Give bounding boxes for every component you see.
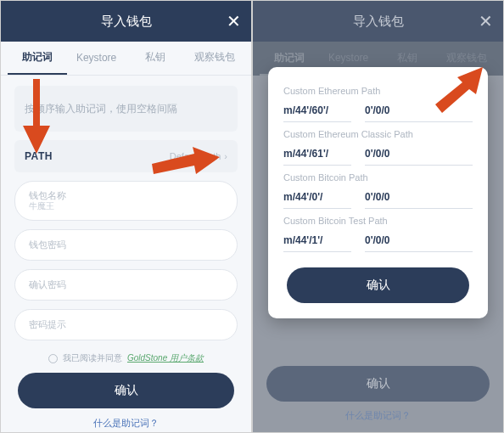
confirm-button-dimmed: 确认 — [266, 366, 490, 402]
wallet-name-value: 牛魔王 — [29, 201, 66, 211]
path-prefix-input[interactable]: m/44'/0'/ — [283, 186, 351, 209]
path-prefix-input[interactable]: m/44'/1'/ — [283, 229, 351, 252]
tab-privatekey[interactable]: 私钥 — [126, 42, 186, 75]
wallet-name-field[interactable]: 钱包名称 牛魔王 — [14, 181, 238, 221]
confirm-password-label: 确认密码 — [29, 278, 66, 291]
mnemonic-input[interactable]: 按顺序输入助记词，使用空格间隔 — [14, 86, 238, 132]
path-row-btc: m/44'/0'/ 0'/0/0 — [283, 186, 473, 209]
page-title: 导入钱包 — [353, 14, 404, 30]
path-row-etc: m/44'/61'/ 0'/0/0 — [283, 143, 473, 166]
wallet-name-label: 钱包名称 — [29, 190, 66, 201]
tab-mnemonic[interactable]: 助记词 — [8, 42, 67, 75]
path-group-title: Custom Bitcoin Path — [283, 172, 473, 183]
path-row-btc-test: m/44'/1'/ 0'/0/0 — [283, 229, 473, 252]
path-prefix-input[interactable]: m/44'/60'/ — [283, 99, 351, 122]
path-row-eth: m/44'/60'/ 0'/0/0 — [283, 99, 473, 122]
password-hint-field[interactable]: 密码提示 — [14, 309, 238, 340]
help-link[interactable]: 什么是助记词？ — [14, 417, 238, 430]
tabs: 助记词 Keystore 私钥 观察钱包 — [1, 42, 251, 76]
path-prefix-input[interactable]: m/44'/61'/ — [283, 143, 351, 166]
mnemonic-placeholder: 按顺序输入助记词，使用空格间隔 — [25, 102, 177, 116]
path-suffix-input[interactable]: 0'/0/0 — [365, 186, 473, 209]
password-hint-label: 密码提示 — [29, 318, 66, 331]
path-value: Default Path — [170, 151, 221, 161]
path-label: PATH — [25, 150, 53, 162]
confirm-password-field[interactable]: 确认密码 — [14, 269, 238, 301]
confirm-button[interactable]: 确认 — [18, 373, 234, 408]
path-suffix-input[interactable]: 0'/0/0 — [365, 229, 473, 252]
phone-left: 导入钱包 ✕ 助记词 Keystore 私钥 观察钱包 按顺序输入助记词，使用空… — [0, 0, 252, 433]
close-icon[interactable]: ✕ — [227, 13, 241, 30]
tab-watch[interactable]: 观察钱包 — [185, 42, 244, 75]
chevron-right-icon: › — [224, 151, 227, 161]
path-group-title: Custom Bitcoin Test Path — [283, 216, 473, 226]
header: 导入钱包 ✕ — [253, 1, 503, 42]
path-selector[interactable]: PATH Default Path › — [14, 140, 238, 172]
wallet-password-field[interactable]: 钱包密码 — [14, 229, 238, 261]
path-group-title: Custom Ethereum Path — [283, 86, 473, 96]
path-suffix-input[interactable]: 0'/0/0 — [365, 99, 473, 122]
content: 按顺序输入助记词，使用空格间隔 PATH Default Path › 钱包名称… — [1, 76, 251, 430]
terms-link[interactable]: GoldStone 用户条款 — [127, 352, 204, 364]
help-link-dimmed: 什么是助记词？ — [253, 409, 503, 422]
path-modal: Custom Ethereum Path m/44'/60'/ 0'/0/0 C… — [268, 67, 488, 318]
modal-confirm-button[interactable]: 确认 — [287, 267, 469, 303]
terms-text: 我已阅读并同意 — [63, 352, 122, 364]
header: 导入钱包 ✕ — [1, 1, 251, 42]
wallet-password-label: 钱包密码 — [29, 239, 66, 251]
phone-right: 导入钱包 ✕ 助记词 Keystore 私钥 观察钱包 确认 什么是助记词？ C… — [252, 0, 504, 433]
terms-checkbox[interactable] — [48, 354, 58, 363]
path-suffix-input[interactable]: 0'/0/0 — [365, 143, 473, 166]
tab-keystore[interactable]: Keystore — [67, 43, 126, 74]
page-title: 导入钱包 — [101, 14, 152, 30]
terms-row: 我已阅读并同意 GoldStone 用户条款 — [14, 352, 238, 364]
path-group-title: Custom Ethereum Classic Path — [283, 129, 473, 139]
close-icon[interactable]: ✕ — [479, 13, 493, 30]
